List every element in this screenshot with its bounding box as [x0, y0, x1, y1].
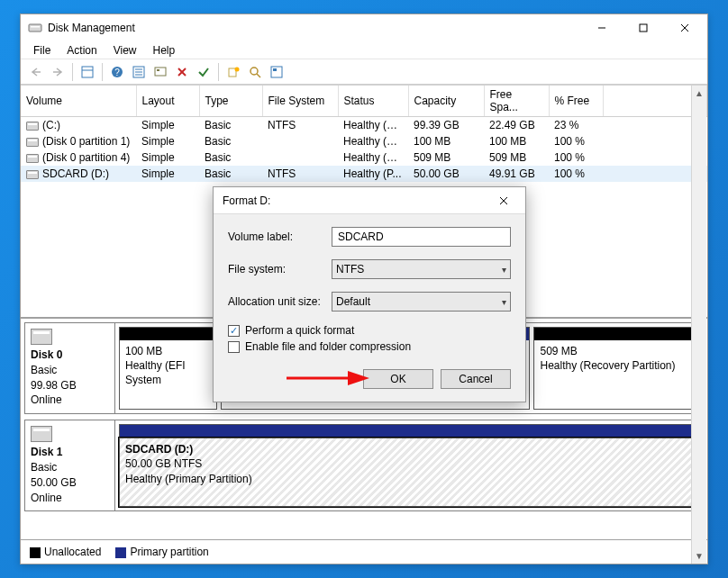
toolbar-settings-icon[interactable] [150, 62, 170, 82]
col-status[interactable]: Status [338, 86, 408, 117]
chevron-down-icon: ▾ [502, 297, 506, 307]
legend-unallocated: Unallocated [30, 546, 101, 558]
menu-help[interactable]: Help [146, 42, 183, 59]
col-freespace[interactable]: Free Spa... [484, 86, 549, 117]
col-filesystem[interactable]: File System [262, 86, 338, 117]
svg-line-21 [257, 74, 260, 77]
volume-label-input[interactable] [332, 227, 511, 247]
volume-row[interactable]: SDCARD (D:)SimpleBasicNTFSHealthy (P...5… [21, 166, 707, 182]
toolbar-list-icon[interactable] [129, 62, 149, 82]
filesystem-select[interactable]: NTFS ▾ [332, 259, 511, 279]
quick-format-label: Perform a quick format [245, 324, 354, 337]
chevron-down-icon: ▾ [502, 265, 506, 275]
col-layout[interactable]: Layout [136, 86, 199, 117]
svg-rect-22 [271, 67, 282, 77]
window-title: Disk Management [48, 22, 581, 34]
svg-rect-15 [157, 69, 159, 71]
partition-header [120, 425, 698, 438]
svg-rect-3 [640, 24, 647, 32]
close-button[interactable] [664, 15, 705, 41]
volume-row[interactable]: (Disk 0 partition 1)SimpleBasicHealthy (… [21, 133, 707, 149]
legend: Unallocated Primary partition [21, 539, 707, 564]
partition[interactable]: 509 MBHealthy (Recovery Partition) [533, 327, 699, 410]
svg-point-19 [235, 67, 240, 71]
disk-icon [31, 329, 52, 345]
menu-file[interactable]: File [26, 42, 58, 59]
titlebar: Disk Management [21, 14, 707, 41]
menu-action[interactable]: Action [59, 42, 104, 59]
dialog-title: Format D: [223, 194, 486, 207]
volume-icon [26, 138, 39, 147]
volume-icon [26, 122, 39, 131]
disk-label: Disk 1Basic50.00 GBOnline [25, 420, 115, 510]
col-capacity[interactable]: Capacity [408, 86, 484, 117]
partition-body: 100 MBHealthy (EFI System [120, 340, 216, 409]
vertical-scrollbar[interactable]: ▲ ▼ [691, 86, 706, 564]
allocation-label: Allocation unit size: [228, 295, 332, 308]
delete-icon[interactable] [172, 62, 192, 82]
checkbox-box: ✓ [228, 325, 240, 337]
toolbar: ? [21, 59, 707, 85]
partition-body: 509 MBHealthy (Recovery Partition) [534, 340, 698, 409]
partitions: SDCARD (D:)50.00 GB NTFSHealthy (Primary… [115, 420, 703, 510]
toolbar-search-icon[interactable] [245, 62, 265, 82]
svg-text:?: ? [114, 68, 120, 77]
filesystem-value: NTFS [336, 263, 364, 275]
toolbar-props-icon[interactable] [267, 62, 287, 82]
svg-rect-6 [82, 67, 93, 77]
allocation-select[interactable]: Default ▾ [332, 292, 511, 312]
toolbar-panel-icon[interactable] [77, 62, 97, 82]
toolbar-new-icon[interactable] [223, 62, 243, 82]
partition[interactable]: SDCARD (D:)50.00 GB NTFSHealthy (Primary… [119, 424, 699, 507]
volume-icon [26, 170, 39, 179]
disk-label: Disk 0Basic99.98 GBOnline [25, 323, 115, 413]
col-pctfree[interactable]: % Free [549, 86, 603, 117]
minimize-button[interactable] [581, 15, 623, 41]
column-headers: Volume Layout Type File System Status Ca… [21, 86, 707, 117]
check-icon[interactable] [194, 62, 214, 82]
svg-rect-0 [29, 24, 41, 32]
maximize-button[interactable] [623, 15, 664, 41]
partition-header [534, 328, 698, 340]
dialog-titlebar: Format D: [214, 187, 525, 214]
compression-checkbox[interactable]: Enable file and folder compression [228, 340, 511, 353]
scroll-down-icon[interactable]: ▼ [692, 548, 706, 564]
partition[interactable]: 100 MBHealthy (EFI System [119, 327, 217, 410]
menubar: File Action View Help [21, 41, 707, 59]
col-type[interactable]: Type [199, 86, 262, 117]
col-volume[interactable]: Volume [21, 86, 136, 117]
help-icon[interactable]: ? [107, 62, 127, 82]
svg-point-20 [250, 68, 258, 75]
scroll-up-icon[interactable]: ▲ [692, 86, 706, 101]
svg-rect-23 [273, 68, 277, 71]
cancel-button[interactable]: Cancel [441, 369, 511, 389]
back-button[interactable] [26, 62, 46, 82]
filesystem-label: File system: [228, 263, 332, 275]
volume-label-label: Volume label: [228, 230, 332, 243]
partition-header [120, 328, 216, 340]
volume-icon [26, 154, 39, 163]
svg-rect-1 [31, 26, 40, 28]
allocation-value: Default [336, 295, 370, 308]
format-dialog: Format D: Volume label: File system: NTF… [213, 186, 526, 402]
svg-rect-14 [155, 68, 166, 76]
app-icon [28, 21, 42, 35]
ok-button[interactable]: OK [363, 369, 433, 389]
menu-view[interactable]: View [106, 42, 144, 59]
checkbox-box [228, 341, 240, 353]
volume-row[interactable]: (C:)SimpleBasicNTFSHealthy (B...99.39 GB… [21, 117, 707, 134]
volume-row[interactable]: (Disk 0 partition 4)SimpleBasicHealthy (… [21, 149, 707, 166]
compression-label: Enable file and folder compression [245, 340, 411, 353]
legend-primary: Primary partition [115, 546, 208, 558]
dialog-close-button[interactable] [486, 188, 522, 213]
partition-body: SDCARD (D:)50.00 GB NTFSHealthy (Primary… [119, 438, 699, 507]
disk-icon [31, 426, 52, 442]
quick-format-checkbox[interactable]: ✓ Perform a quick format [228, 324, 511, 337]
forward-button[interactable] [48, 62, 68, 82]
disk-row: Disk 1Basic50.00 GBOnlineSDCARD (D:)50.0… [24, 420, 704, 511]
